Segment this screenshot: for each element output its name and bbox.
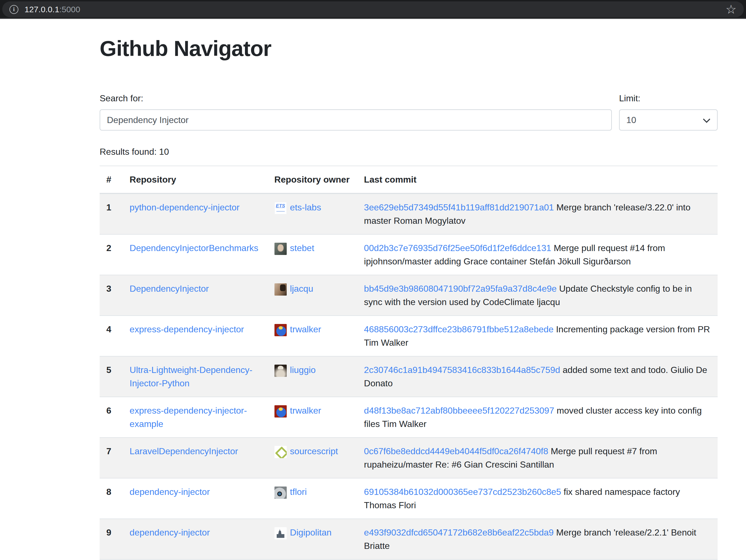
owner-avatar	[275, 324, 287, 336]
table-row: 1 python-dependency-injector ets-labs 3e…	[99, 194, 718, 234]
repository-link[interactable]: LaravelDependencyInjector	[130, 446, 238, 456]
owner-name: stebet	[290, 243, 314, 253]
table-row: 6 express-dependency-injector-example tr…	[99, 397, 718, 438]
results-count: Results found: 10	[99, 145, 718, 158]
owner-name: Digipolitan	[290, 527, 332, 537]
repository-link[interactable]: express-dependency-injector	[130, 324, 244, 334]
table-row: 7 LaravelDependencyInjector sourcescript…	[99, 438, 718, 478]
owner-name: trwalker	[290, 324, 321, 334]
owner-name: liuggio	[290, 365, 316, 375]
repository-link[interactable]: DependencyInjectorBenchmarks	[130, 243, 258, 253]
repository-link[interactable]: Ultra-Lightweight-Dependency-Injector-Py…	[130, 365, 253, 388]
address-bar[interactable]: i 127.0.0.1:5000 ☆	[2, 1, 744, 17]
url-port: :5000	[59, 5, 80, 14]
page-title: Github Navigator	[99, 32, 718, 65]
owner-name: tflori	[290, 487, 307, 497]
url-text: 127.0.0.1:5000	[25, 3, 80, 16]
repository-link[interactable]: dependency-injector	[130, 527, 210, 537]
repository-link[interactable]: dependency-injector	[130, 487, 210, 497]
table-row: 8 dependency-injector tflori 69105384b61…	[99, 478, 718, 519]
owner-name: trwalker	[290, 406, 321, 416]
info-icon[interactable]: i	[9, 5, 18, 14]
owner-avatar	[275, 405, 287, 417]
owner-link[interactable]: tflori	[275, 487, 307, 497]
owner-avatar	[275, 487, 287, 499]
table-row: 9 dependency-injector Digipolitan e493f9…	[99, 519, 718, 559]
page-body: Github Navigator Search for: Limit: 10 R…	[0, 19, 746, 560]
limit-label: Limit:	[619, 92, 718, 105]
owner-link[interactable]: trwalker	[275, 406, 321, 416]
owner-avatar	[275, 202, 287, 214]
row-number: 7	[99, 438, 123, 478]
commit-hash-link[interactable]: 69105384b61032d000365ee737cd2523b260c8e5	[364, 487, 561, 497]
table-row: 3 DependencyInjector ljacqu bb45d9e3b986…	[99, 275, 718, 316]
repository-link[interactable]: python-dependency-injector	[130, 202, 240, 212]
commit-hash-link[interactable]: 00d2b3c7e76935d76f25ee50f6d1f2ef6ddce131	[364, 243, 551, 253]
row-number: 2	[99, 234, 123, 275]
search-input[interactable]	[99, 109, 612, 130]
row-number: 4	[99, 316, 123, 356]
owner-avatar	[275, 527, 287, 539]
table-row: 5 Ultra-Lightweight-Dependency-Injector-…	[99, 356, 718, 397]
owner-link[interactable]: ljacqu	[275, 284, 313, 294]
header-number: #	[99, 166, 123, 194]
limit-select[interactable]: 10	[619, 109, 718, 130]
limit-select-wrap: 10	[619, 109, 718, 130]
commit-hash-link[interactable]: d48f13be8ac712abf80bbeeee5f120227d253097	[364, 406, 554, 416]
row-number: 8	[99, 478, 123, 519]
owner-name: sourcescript	[290, 446, 338, 456]
commit-hash-link[interactable]: 3ee629eb5d7349d55f41b119aff81dd219071a01	[364, 202, 554, 212]
commit-hash-link[interactable]: 2c30746c1a91b4947583416c833b1644a85c759d	[364, 365, 560, 375]
owner-link[interactable]: liuggio	[275, 365, 316, 375]
owner-name: ljacqu	[290, 284, 313, 294]
repository-link[interactable]: express-dependency-injector-example	[130, 406, 247, 429]
owner-name: ets-labs	[290, 202, 321, 212]
owner-link[interactable]: Digipolitan	[275, 527, 332, 537]
owner-avatar	[275, 283, 287, 296]
owner-avatar	[275, 446, 287, 458]
repositories-table: # Repository Repository owner Last commi…	[99, 166, 718, 560]
commit-hash-link[interactable]: 468856003c273dffce23b86791fbbe512a8ebede	[364, 324, 554, 334]
row-number: 6	[99, 397, 123, 438]
owner-avatar	[275, 364, 287, 377]
table-row: 2 DependencyInjectorBenchmarks stebet 00…	[99, 234, 718, 275]
owner-link[interactable]: ets-labs	[275, 202, 321, 212]
owner-avatar	[275, 243, 287, 255]
header-commit: Last commit	[357, 166, 718, 194]
row-number: 5	[99, 356, 123, 397]
table-body: 1 python-dependency-injector ets-labs 3e…	[99, 194, 718, 560]
header-repository: Repository	[123, 166, 268, 194]
browser-chrome: i 127.0.0.1:5000 ☆	[0, 0, 746, 19]
table-row: 4 express-dependency-injector trwalker 4…	[99, 316, 718, 356]
header-owner: Repository owner	[268, 166, 357, 194]
search-label: Search for:	[99, 92, 612, 105]
row-number: 9	[99, 519, 123, 559]
star-icon[interactable]: ☆	[726, 3, 737, 16]
commit-hash-link[interactable]: 0c67f6be8eddcd4449eb4044f5df0ca26f4740f8	[364, 446, 548, 456]
commit-hash-link[interactable]: bb45d9e3b98608047190bf72a95fa9a37d8c4e9e	[364, 284, 557, 294]
row-number: 1	[99, 194, 123, 234]
commit-hash-link[interactable]: e493f9032dfcd65047172b682e8b6eaf22c5bda9	[364, 527, 554, 537]
owner-link[interactable]: sourcescript	[275, 446, 338, 456]
table-header-row: # Repository Repository owner Last commi…	[99, 166, 718, 194]
repository-link[interactable]: DependencyInjector	[130, 284, 209, 294]
owner-link[interactable]: trwalker	[275, 324, 321, 334]
row-number: 3	[99, 275, 123, 316]
url-host: 127.0.0.1	[25, 5, 59, 14]
owner-link[interactable]: stebet	[275, 243, 314, 253]
search-form: Search for: Limit: 10	[99, 92, 718, 130]
